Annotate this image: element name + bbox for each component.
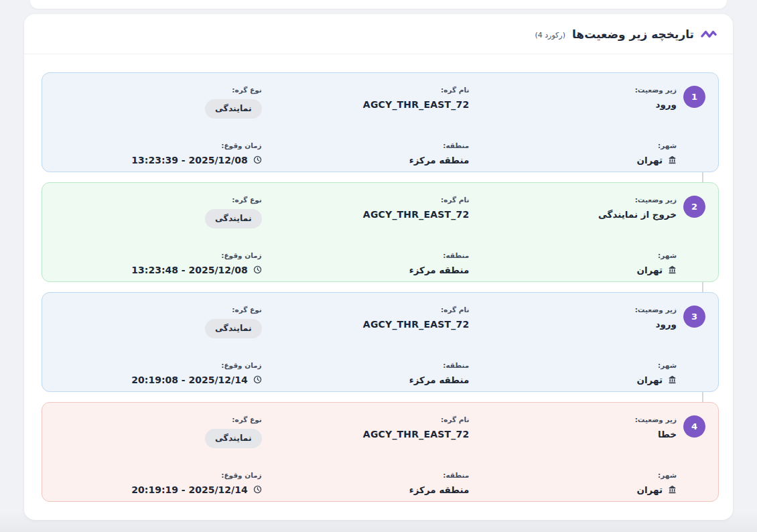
activity-icon [701, 29, 717, 40]
field-value: منطقه مرکزء [262, 375, 470, 385]
field-label: زیر وضعیت: [469, 86, 677, 94]
page: { "panel": { "title": "تاریخچه زیر وضعیت… [0, 0, 757, 532]
status-card-1: 1 زیر وضعیت: ورود نام گره: AGCY_THR_EAST… [42, 72, 719, 172]
timeline-connector [702, 392, 703, 402]
field-value: ورود [469, 319, 677, 330]
field-time: زمان وقوع: 20:19:19 - 2025/12/14 [54, 471, 262, 495]
field-sub-status: زیر وضعیت: خطا [469, 415, 677, 448]
field-value: خطا [469, 429, 677, 440]
field-city: شهر: تهران [469, 251, 677, 275]
field-label: نام گره: [262, 86, 470, 94]
field-sub-status: زیر وضعیت: ورود [469, 306, 677, 338]
node-type-badge: نمایندگی [205, 209, 262, 228]
field-value: ورود [469, 99, 677, 110]
card-grid: زیر وضعیت: ورود نام گره: AGCY_THR_EAST_7… [54, 306, 677, 385]
timeline-connector [702, 282, 703, 292]
field-value: تهران [636, 155, 663, 165]
node-type-badge: نمایندگی [205, 319, 262, 338]
field-label: شهر: [469, 471, 677, 479]
timeline-connector [702, 172, 703, 182]
time-value-row: 20:19:08 - 2025/12/14 [54, 375, 262, 385]
field-label: زمان وقوع: [54, 251, 262, 259]
clock-icon [253, 155, 262, 164]
field-label: منطقه: [262, 471, 470, 479]
field-label: شهر: [469, 361, 677, 369]
field-sub-status: زیر وضعیت: ورود [469, 86, 677, 119]
field-region: منطقه: منطقه مرکزء [262, 361, 470, 385]
status-card-4: 4 زیر وضعیت: خطا نام گره: AGCY_THR_EAST_… [42, 402, 719, 502]
field-node-name: نام گره: AGCY_THR_EAST_72 [262, 86, 470, 119]
field-label: منطقه: [262, 141, 470, 149]
field-node-name: نام گره: AGCY_THR_EAST_72 [262, 306, 470, 338]
field-value: 20:19:08 - 2025/12/14 [131, 375, 247, 385]
field-city: شهر: تهران [469, 471, 677, 495]
field-region: منطقه: منطقه مرکزء [262, 471, 470, 495]
card-grid: زیر وضعیت: خروج از نمایندگی نام گره: AGC… [54, 196, 677, 275]
field-label: زمان وقوع: [54, 471, 262, 479]
page-title: تاریخچه زیر وضعیت‌ها [572, 27, 694, 41]
field-label: نوع گره: [54, 86, 262, 94]
field-label: زیر وضعیت: [469, 415, 677, 423]
field-value: AGCY_THR_EAST_72 [262, 99, 470, 110]
field-label: زیر وضعیت: [469, 196, 677, 204]
field-value: 20:19:19 - 2025/12/14 [131, 484, 247, 495]
step-number-badge: 1 [683, 86, 705, 108]
building-icon [668, 155, 677, 164]
field-sub-status: زیر وضعیت: خروج از نمایندگی [469, 196, 677, 228]
field-region: منطقه: منطقه مرکزء [262, 251, 470, 275]
field-label: زمان وقوع: [54, 361, 262, 369]
field-value: منطقه مرکزء [262, 265, 470, 275]
field-value: AGCY_THR_EAST_72 [262, 429, 470, 440]
field-node-type: نوع گره: نمایندگی [54, 415, 262, 448]
status-card-3: 3 زیر وضعیت: ورود نام گره: AGCY_THR_EAST… [42, 292, 719, 392]
field-value: 13:23:48 - 2025/12/08 [131, 265, 247, 275]
card-grid: زیر وضعیت: ورود نام گره: AGCY_THR_EAST_7… [54, 86, 677, 165]
card-grid: زیر وضعیت: خطا نام گره: AGCY_THR_EAST_72… [54, 415, 677, 495]
field-value: 13:23:39 - 2025/12/08 [131, 155, 247, 165]
field-label: منطقه: [262, 361, 470, 369]
field-label: نوع گره: [54, 196, 262, 204]
field-label: شهر: [469, 141, 677, 149]
field-label: نام گره: [262, 415, 470, 423]
field-city: شهر: تهران [469, 141, 677, 165]
field-label: زیر وضعیت: [469, 306, 677, 314]
node-type-badge: نمایندگی [205, 429, 262, 448]
building-icon [668, 485, 677, 494]
building-icon [668, 265, 677, 274]
field-time: زمان وقوع: 20:19:08 - 2025/12/14 [54, 361, 262, 385]
field-value: خروج از نمایندگی [469, 209, 677, 220]
field-city: شهر: تهران [469, 361, 677, 385]
field-value: تهران [636, 265, 663, 275]
city-value-row: تهران [469, 375, 677, 385]
panel-header: تاریخچه زیر وضعیت‌ها (4 رکورد) [24, 14, 733, 54]
step-number-badge: 4 [683, 415, 705, 438]
field-value: AGCY_THR_EAST_72 [262, 209, 470, 220]
record-count-badge: (4 رکورد) [535, 31, 565, 40]
field-label: زمان وقوع: [54, 141, 262, 149]
city-value-row: تهران [469, 155, 677, 165]
field-label: منطقه: [262, 251, 470, 259]
field-label: نام گره: [262, 306, 470, 314]
field-node-type: نوع گره: نمایندگی [54, 306, 262, 338]
field-label: نوع گره: [54, 306, 262, 314]
time-value-row: 20:19:19 - 2025/12/14 [54, 484, 262, 495]
city-value-row: تهران [469, 265, 677, 275]
field-label: نام گره: [262, 196, 470, 204]
previous-card-edge [30, 0, 727, 9]
node-type-badge: نمایندگی [205, 99, 262, 119]
field-label: نوع گره: [54, 415, 262, 423]
status-cards-list: 1 زیر وضعیت: ورود نام گره: AGCY_THR_EAST… [24, 54, 733, 519]
field-node-type: نوع گره: نمایندگی [54, 196, 262, 228]
field-label: شهر: [469, 251, 677, 259]
field-value: AGCY_THR_EAST_72 [262, 319, 470, 330]
field-node-name: نام گره: AGCY_THR_EAST_72 [262, 415, 470, 448]
field-value: تهران [636, 484, 663, 495]
clock-icon [253, 265, 262, 274]
building-icon [668, 375, 677, 384]
status-history-panel: تاریخچه زیر وضعیت‌ها (4 رکورد) 1 زیر وضع… [24, 14, 733, 520]
field-time: زمان وقوع: 13:23:48 - 2025/12/08 [54, 251, 262, 275]
time-value-row: 13:23:39 - 2025/12/08 [54, 155, 262, 165]
step-number-badge: 3 [683, 306, 705, 328]
clock-icon [253, 485, 262, 494]
clock-icon [253, 375, 262, 384]
